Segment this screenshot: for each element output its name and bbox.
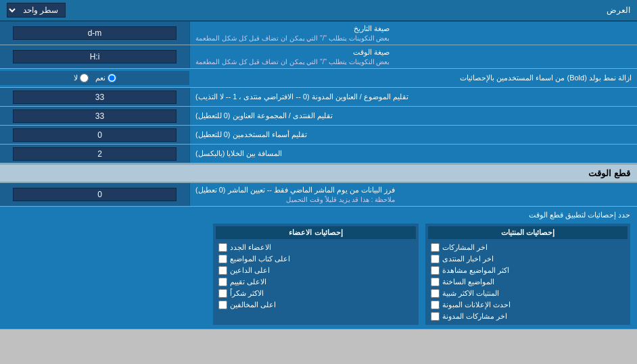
stats-item-6: احدث الإعلانات المبونة — [428, 299, 628, 311]
checkbox-mem-3[interactable] — [218, 266, 227, 275]
header-row: العرض سطر واحدسطرينثلاثة أسطر — [0, 0, 637, 22]
stats-mem-item-3: اعلى الداعين — [216, 265, 415, 276]
stats-item-3: اكثر المواضيع مشاهدة — [428, 265, 628, 276]
time-format-input[interactable] — [13, 50, 176, 63]
forum-titles-input-container — [0, 107, 189, 125]
stats-grid: إحصائيات المنتيات اخر المشاركات اخر اخبا… — [7, 224, 630, 325]
posts-stats-title: إحصائيات المنتيات — [428, 226, 628, 239]
user-names-label: تقليم أسماء المستخدمين (0 للتعطيل) — [189, 126, 637, 144]
date-format-input-container — [0, 22, 189, 45]
forum-titles-input[interactable] — [13, 109, 176, 123]
radio-no-label[interactable]: لا — [74, 74, 89, 82]
stats-mem-item-4: الاعلى تقييم — [216, 276, 415, 288]
checkbox-posts-5[interactable] — [431, 289, 440, 298]
bold-remove-row: ازالة نمط بولد (Bold) من اسماء المستخدمي… — [0, 69, 637, 88]
time-cut-row: فرز البيانات من يوم الماشر الماضي فقط --… — [0, 183, 637, 207]
date-format-input[interactable] — [13, 26, 176, 40]
user-names-input[interactable] — [13, 128, 176, 142]
date-format-label: صيغة التاريخ بعض التكوينات يتطلب "/" الت… — [189, 22, 637, 45]
checkbox-posts-2[interactable] — [431, 255, 440, 263]
time-cut-label: فرز البيانات من يوم الماشر الماضي فقط --… — [189, 183, 637, 206]
cell-spacing-label: المسافة بين الخلايا (بالبكسل) — [189, 145, 637, 163]
display-select[interactable]: سطر واحدسطرينثلاثة أسطر — [7, 3, 66, 18]
checkbox-posts-4[interactable] — [431, 278, 440, 286]
time-cut-input-container — [0, 183, 189, 206]
topic-titles-input[interactable] — [13, 90, 176, 104]
radio-no[interactable] — [80, 74, 89, 82]
date-format-row: صيغة التاريخ بعض التكوينات يتطلب "/" الت… — [0, 22, 637, 45]
stats-mem-item-6: اعلى المخالفين — [216, 299, 415, 311]
bold-radio-area: نعم لا — [0, 71, 189, 85]
checkbox-posts-6[interactable] — [431, 301, 440, 309]
posts-stats-col: إحصائيات المنتيات اخر المشاركات اخر اخبا… — [425, 224, 630, 325]
stats-item-1: اخر المشاركات — [428, 242, 628, 253]
cell-spacing-input[interactable] — [13, 147, 176, 161]
time-cut-input[interactable] — [13, 188, 176, 201]
stats-right-area — [7, 224, 206, 325]
checkbox-mem-4[interactable] — [218, 278, 227, 286]
stats-mem-item-2: اعلى كتاب المواضيع — [216, 253, 415, 265]
time-format-row: صيغة الوقت بعض التكوينات يتطلب "/" التي … — [0, 45, 637, 69]
stats-section: حدد إحصائيات لتطبيق قطع الوقت إحصائيات ا… — [0, 207, 637, 330]
stats-item-2: اخر اخبار المنتدى — [428, 253, 628, 265]
stats-item-4: المواضيع الساخنة — [428, 276, 628, 288]
checkbox-posts-3[interactable] — [431, 266, 440, 275]
cell-spacing-row: المسافة بين الخلايا (بالبكسل) — [0, 145, 637, 163]
members-stats-col: إحصائيات الاعضاء الاعضاء الجدد اعلى كتاب… — [213, 224, 418, 325]
topic-titles-row: تقليم الموضوع / العناوين المدونة (0 -- ا… — [0, 88, 637, 107]
topic-titles-input-container — [0, 88, 189, 106]
checkbox-mem-2[interactable] — [218, 255, 227, 263]
user-names-row: تقليم أسماء المستخدمين (0 للتعطيل) — [0, 126, 637, 145]
forum-titles-label: تقليم الفنتدى / المجموعة العناوين (0 للت… — [189, 107, 637, 125]
radio-yes-label[interactable]: نعم — [95, 74, 116, 82]
topic-titles-label: تقليم الموضوع / العناوين المدونة (0 -- ا… — [189, 88, 637, 106]
forum-titles-row: تقليم الفنتدى / المجموعة العناوين (0 للت… — [0, 107, 637, 126]
time-format-label: صيغة الوقت بعض التكوينات يتطلب "/" التي … — [189, 45, 637, 68]
checkbox-posts-1[interactable] — [431, 243, 440, 252]
checkbox-mem-5[interactable] — [218, 289, 227, 298]
stats-item-7: اخر مشاركات المدونة — [428, 311, 628, 322]
members-stats-title: إحصائيات الاعضاء — [216, 226, 415, 239]
stats-limit-label: حدد إحصائيات لتطبيق قطع الوقت — [7, 211, 630, 219]
time-cut-section-header: قطع الوقت — [0, 163, 637, 183]
stats-mem-item-1: الاعضاء الجدد — [216, 242, 415, 253]
checkbox-mem-1[interactable] — [218, 243, 227, 252]
main-container: العرض سطر واحدسطرينثلاثة أسطر صيغة التار… — [0, 0, 637, 330]
user-names-input-container — [0, 126, 189, 144]
cell-spacing-input-container — [0, 145, 189, 163]
checkbox-mem-6[interactable] — [218, 301, 227, 309]
checkbox-posts-7[interactable] — [431, 312, 440, 321]
radio-yes[interactable] — [108, 74, 116, 82]
stats-mem-item-5: الاكثر شكراً — [216, 288, 415, 299]
header-label: العرض — [66, 5, 630, 15]
stats-item-5: المنتيات الاكثر شبية — [428, 288, 628, 299]
time-format-input-container — [0, 45, 189, 68]
